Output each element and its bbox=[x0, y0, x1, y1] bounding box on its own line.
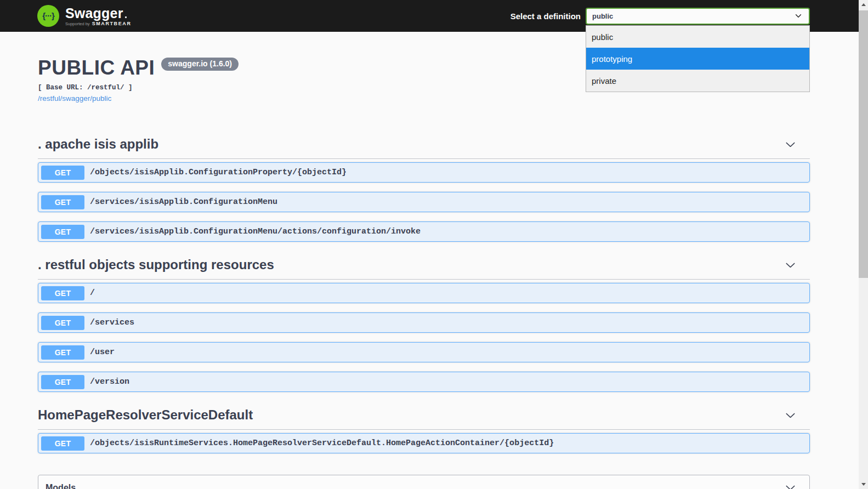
models-header[interactable]: Models bbox=[38, 475, 809, 489]
swagger-logo-icon bbox=[37, 5, 59, 27]
operation-path: /objects/isisRuntimeServices.HomePageRes… bbox=[90, 439, 554, 448]
operation-path: /services/isisApplib.ConfigurationMenu bbox=[90, 197, 277, 207]
chevron-down-icon bbox=[785, 139, 796, 150]
operation-row[interactable]: GET /objects/isisRuntimeServices.HomePag… bbox=[38, 433, 810, 453]
definition-select-value: public bbox=[592, 12, 613, 20]
get-method-badge: GET bbox=[41, 166, 84, 180]
operation-row[interactable]: GET /user bbox=[38, 342, 810, 362]
select-definition-label: Select a definition bbox=[510, 12, 581, 21]
section-restful-objects-supporting-resources: . restful objects supporting resources G… bbox=[38, 257, 810, 401]
chevron-down-icon bbox=[785, 410, 796, 421]
dropdown-option-prototyping[interactable]: prototyping bbox=[586, 48, 809, 70]
get-method-badge: GET bbox=[41, 316, 84, 330]
scroll-up-arrow-icon bbox=[861, 3, 866, 6]
logo-text: Swagger bbox=[65, 6, 132, 20]
operation-path: /services bbox=[90, 318, 134, 327]
logo-tagline: Supported by SMARTBEAR bbox=[65, 21, 132, 26]
section-header[interactable]: HomePageResolverServiceDefault bbox=[38, 407, 810, 430]
definition-select-cluster: Select a definition public bbox=[510, 8, 810, 25]
section-title: . restful objects supporting resources bbox=[38, 257, 274, 272]
vertical-scrollbar[interactable] bbox=[859, 0, 868, 489]
operation-row[interactable]: GET / bbox=[38, 283, 810, 303]
scroll-down-arrow-icon bbox=[861, 483, 866, 486]
operation-row[interactable]: GET /services/isisApplib.ConfigurationMe… bbox=[38, 221, 810, 242]
section-title: . apache isis applib bbox=[38, 137, 158, 152]
swagger-logo[interactable]: Swagger Supported by SMARTBEAR bbox=[37, 5, 132, 27]
get-method-badge: GET bbox=[41, 436, 84, 451]
models-title: Models bbox=[46, 483, 76, 489]
operation-row[interactable]: GET /objects/isisApplib.ConfigurationPro… bbox=[38, 162, 810, 183]
operation-path: /services/isisApplib.ConfigurationMenu/a… bbox=[90, 227, 421, 236]
spec-link[interactable]: /restful/swagger/public bbox=[38, 94, 111, 103]
section-apache-isis-applib: . apache isis applib GET /objects/isisAp… bbox=[38, 137, 810, 251]
get-method-badge: GET bbox=[41, 195, 84, 209]
logo-tagline-prefix: Supported by bbox=[65, 21, 90, 26]
scrollbar-thumb[interactable] bbox=[859, 10, 868, 278]
get-method-badge: GET bbox=[41, 375, 84, 389]
get-method-badge: GET bbox=[41, 225, 84, 239]
definition-select[interactable]: public bbox=[586, 8, 810, 25]
operation-row[interactable]: GET /services/isisApplib.ConfigurationMe… bbox=[38, 192, 810, 212]
get-method-badge: GET bbox=[41, 345, 84, 360]
operation-row[interactable]: GET /services bbox=[38, 312, 810, 333]
dropdown-option-public[interactable]: public bbox=[586, 26, 809, 48]
scrollbar-up-button[interactable] bbox=[859, 0, 868, 9]
main-content: PUBLIC API swagger.io (1.6.0) [ Base URL… bbox=[0, 32, 868, 489]
chevron-down-icon bbox=[785, 259, 796, 271]
operation-row[interactable]: GET /version bbox=[38, 372, 810, 392]
operation-path: /objects/isisApplib.ConfigurationPropert… bbox=[90, 168, 347, 177]
dropdown-option-private[interactable]: private bbox=[586, 70, 809, 92]
operation-path: / bbox=[90, 288, 95, 298]
section-title: HomePageResolverServiceDefault bbox=[38, 407, 253, 423]
chevron-down-icon bbox=[785, 482, 796, 489]
logo-tagline-brand: SMARTBEAR bbox=[92, 21, 132, 26]
operations-sections: . apache isis applib GET /objects/isisAp… bbox=[38, 103, 810, 463]
section-header[interactable]: . restful objects supporting resources bbox=[38, 257, 810, 280]
page-title: PUBLIC API bbox=[38, 57, 155, 79]
chevron-down-icon bbox=[795, 12, 802, 20]
scrollbar-down-button[interactable] bbox=[859, 480, 868, 489]
section-header[interactable]: . apache isis applib bbox=[38, 137, 810, 159]
models-section: Models bbox=[38, 475, 810, 489]
definition-dropdown-list: public prototyping private bbox=[586, 25, 810, 92]
operation-path: /version bbox=[90, 377, 129, 386]
section-homepageresolverservicedefault: HomePageResolverServiceDefault GET /obje… bbox=[38, 407, 810, 463]
operation-path: /user bbox=[90, 348, 115, 357]
version-badge: swagger.io (1.6.0) bbox=[161, 58, 239, 71]
get-method-badge: GET bbox=[41, 286, 84, 300]
